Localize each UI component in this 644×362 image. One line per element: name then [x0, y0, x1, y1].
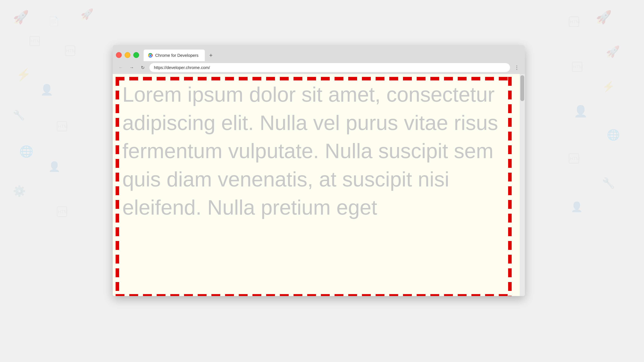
svg-text:HTML: HTML [66, 48, 76, 53]
bg-icon: 🔧 [602, 177, 615, 189]
svg-rect-4 [57, 121, 67, 131]
bg-icon: 🚀 [13, 10, 29, 25]
svg-text:HTML: HTML [570, 19, 580, 24]
scrollbar-thumb[interactable] [520, 75, 524, 101]
tab-favicon [148, 52, 153, 58]
bg-icon: 🌐 [19, 145, 33, 158]
svg-text:HTML: HTML [58, 209, 68, 214]
bg-icon: 👤 [48, 161, 60, 172]
minimize-button[interactable] [124, 52, 130, 58]
page-text: Lorem ipsum dolor sit amet, consectetur … [113, 74, 520, 228]
active-tab[interactable]: Chrome for Developers [144, 49, 205, 61]
svg-rect-2 [65, 46, 75, 55]
svg-rect-10 [572, 62, 582, 72]
browser-chrome: Chrome for Developers + ← → ↻ https://de… [113, 45, 525, 74]
window-controls [116, 52, 139, 58]
bg-icon: 👤 [574, 105, 588, 118]
new-tab-button[interactable]: + [207, 51, 215, 59]
forward-button[interactable]: → [128, 63, 136, 72]
address-bar-row: ← → ↻ https://developer.chrome.com/ ⋮ [113, 61, 525, 74]
bg-icon: HTML [572, 61, 583, 75]
bg-icon: 🚀 [606, 45, 620, 58]
scrollbar[interactable] [520, 74, 525, 296]
browser-menu-button[interactable]: ⋮ [512, 63, 521, 72]
bg-icon: HTML [568, 16, 580, 29]
svg-rect-0 [30, 36, 40, 46]
bg-icon: 🚀 [596, 10, 612, 25]
bg-icon: 👤 [571, 201, 583, 213]
browser-content: Lorem ipsum dolor sit amet, consectetur … [113, 74, 525, 296]
back-button[interactable]: ← [116, 63, 125, 72]
svg-rect-12 [569, 154, 579, 163]
url-text: https://developer.chrome.com/ [154, 65, 506, 70]
bg-icon: HTML [64, 45, 76, 58]
browser-window: Chrome for Developers + ← → ↻ https://de… [113, 45, 525, 296]
bg-icon: 📄 [48, 16, 60, 26]
maximize-button[interactable] [133, 52, 139, 58]
svg-text:HTML: HTML [58, 124, 68, 129]
bg-icon: HTML [568, 153, 580, 166]
reload-button[interactable]: ↻ [138, 63, 147, 72]
svg-text:HTML: HTML [570, 156, 580, 161]
tab-bar: Chrome for Developers + [113, 45, 525, 61]
bg-icon: 🚀 [80, 8, 94, 20]
bg-icon: 🌐 [607, 129, 620, 141]
bg-icon: HTML [29, 35, 40, 48]
tab-title: Chrome for Developers [155, 53, 198, 58]
address-bar[interactable]: https://developer.chrome.com/ [150, 63, 510, 72]
svg-point-16 [150, 54, 151, 56]
svg-rect-6 [57, 207, 67, 216]
close-button[interactable] [116, 52, 122, 58]
bg-icon: 👤 [40, 84, 53, 96]
svg-text:HTML: HTML [30, 39, 40, 44]
bg-icon: HTML [56, 121, 68, 134]
bg-icon: 🔧 [13, 109, 25, 121]
bg-icon: ⚡ [602, 80, 615, 93]
dashed-border-bottom [116, 294, 512, 296]
bg-icon: HTML [56, 206, 68, 219]
bg-icon: ⚡ [16, 67, 31, 82]
svg-rect-8 [569, 17, 579, 26]
svg-text:HTML: HTML [573, 64, 583, 69]
bg-icon: ⚙️ [13, 185, 26, 197]
